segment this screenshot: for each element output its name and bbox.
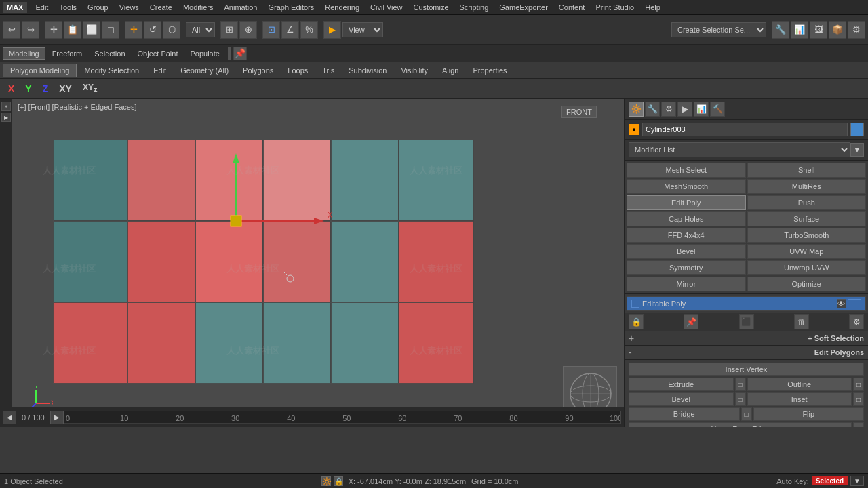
bridge-btn[interactable]: Bridge xyxy=(629,407,740,421)
poly-tab-tris[interactable]: Tris xyxy=(315,64,341,77)
stack-pin-btn[interactable]: 📌 xyxy=(684,314,698,329)
display-icon[interactable]: 📊 xyxy=(694,102,709,117)
lasso-select-button[interactable]: ◻ xyxy=(102,21,119,39)
view-mode-select[interactable]: View xyxy=(342,22,383,37)
poly-tab-geometry-all[interactable]: Geometry (All) xyxy=(174,64,235,77)
tab-object-paint[interactable]: Object Paint xyxy=(132,48,184,59)
snap-toggle[interactable]: ⊡ xyxy=(262,21,280,39)
inset-settings-btn[interactable]: □ xyxy=(853,392,864,406)
edit-poly-btn[interactable]: Edit Poly xyxy=(627,195,746,210)
misc-btn-4[interactable]: 📦 xyxy=(829,21,846,39)
tab-modeling[interactable]: Modeling xyxy=(3,47,45,60)
poly-tab-loops[interactable]: Loops xyxy=(281,64,315,77)
select-name-button[interactable]: 📋 xyxy=(64,21,81,39)
outline-settings-btn[interactable]: □ xyxy=(853,378,864,391)
menu-help[interactable]: Help xyxy=(639,2,666,13)
menu-modifiers[interactable]: Modifiers xyxy=(178,2,219,13)
extrude-settings-btn[interactable]: □ xyxy=(735,378,746,391)
misc-btn-5[interactable]: ⚙ xyxy=(848,21,865,39)
insert-vertex-btn[interactable]: Insert Vertex xyxy=(629,363,864,376)
pivot-button[interactable]: ⊕ xyxy=(239,21,257,39)
right-panel-scroll[interactable]: + + Soft Selection - Edit Polygons Inser… xyxy=(625,331,868,427)
ls-btn-2[interactable]: ▶ xyxy=(1,113,11,122)
hinge-settings-btn[interactable]: □ xyxy=(853,422,864,427)
axis-xyz-button[interactable]: XYz xyxy=(80,81,100,95)
viewport[interactable]: + ▶ [+] [Front] [Realistic + Edged Faces… xyxy=(0,99,624,427)
axis-y-button[interactable]: Y xyxy=(22,82,34,96)
bevel-btn[interactable]: Bevel xyxy=(629,392,734,406)
bridge-settings-btn[interactable]: □ xyxy=(741,407,752,421)
misc-btn-3[interactable]: 🖼 xyxy=(810,21,827,39)
poly-tab-visibility[interactable]: Visibility xyxy=(394,64,435,77)
axis-x-button[interactable]: X xyxy=(5,82,17,96)
poly-tab-edit[interactable]: Edit xyxy=(146,64,173,77)
menu-edit[interactable]: Edit xyxy=(30,2,54,13)
outline-btn[interactable]: Outline xyxy=(747,378,852,391)
pin-toolbar-button[interactable]: 📌 xyxy=(233,47,247,60)
menu-scripting[interactable]: Scripting xyxy=(454,2,494,13)
menu-rendering[interactable]: Rendering xyxy=(319,2,365,13)
render-button[interactable]: ▶ xyxy=(323,21,341,39)
autokey-settings-btn[interactable]: ▼ xyxy=(850,476,864,486)
timeline-next-btn[interactable]: ▶ xyxy=(50,411,64,424)
menu-graph-editors[interactable]: Graph Editors xyxy=(262,2,319,13)
stack-lock-btn[interactable]: 🔒 xyxy=(629,314,644,329)
tab-populate[interactable]: Populate xyxy=(184,48,224,59)
stack-config-btn[interactable]: ⚙ xyxy=(849,314,864,329)
undo-button[interactable]: ↩ xyxy=(3,21,20,39)
rect-select-button[interactable]: ⬜ xyxy=(83,21,100,39)
move-button[interactable]: ✛ xyxy=(125,21,142,39)
edit-poly-expand[interactable]: - xyxy=(629,347,632,358)
axis-z-button[interactable]: Z xyxy=(40,82,52,96)
modifier-list-select[interactable]: Modifier List xyxy=(629,142,850,157)
extrude-btn[interactable]: Extrude xyxy=(629,378,734,391)
poly-tab-polygon-modeling[interactable]: Polygon Modeling xyxy=(3,64,77,77)
create-scene-btn[interactable]: + xyxy=(1,102,11,111)
mesh-smooth-btn[interactable]: MeshSmooth xyxy=(627,179,746,194)
stack-item-editable-poly[interactable]: Editable Poly 👁 xyxy=(627,297,865,310)
object-name-input[interactable] xyxy=(642,123,848,136)
filter-select[interactable]: All xyxy=(186,22,215,37)
modifier-list-expand[interactable]: ▼ xyxy=(850,143,864,157)
inset-btn[interactable]: Inset xyxy=(747,392,852,406)
bevel-settings-btn[interactable]: □ xyxy=(735,392,746,406)
uvw-map-btn[interactable]: UVW Map xyxy=(747,244,867,259)
tab-selection[interactable]: Selection xyxy=(89,48,130,59)
shell-btn[interactable]: Shell xyxy=(747,163,867,178)
poly-tab-modify-selection[interactable]: Modify Selection xyxy=(77,64,146,77)
utilities-icon[interactable]: 🔨 xyxy=(710,102,725,117)
motion-icon[interactable]: ▶ xyxy=(677,102,692,117)
redo-button[interactable]: ↪ xyxy=(22,21,39,39)
push-btn[interactable]: Push xyxy=(747,195,867,210)
menu-content[interactable]: Content xyxy=(553,2,591,13)
menu-print-studio[interactable]: Print Studio xyxy=(590,2,639,13)
optimize-btn[interactable]: Optimize xyxy=(747,277,867,291)
menu-animation[interactable]: Animation xyxy=(219,2,263,13)
hierarchy-icon[interactable]: ⚙ xyxy=(661,102,676,117)
mirror-btn[interactable]: Mirror xyxy=(627,277,746,291)
poly-tab-subdivision[interactable]: Subdivision xyxy=(342,64,393,77)
stack-delete-btn[interactable]: 🗑 xyxy=(794,314,809,329)
menu-game-exporter[interactable]: GameExporter xyxy=(494,2,553,13)
mesh-select-btn[interactable]: Mesh Select xyxy=(627,163,746,178)
bevel-modifier-btn[interactable]: Bevel xyxy=(627,244,746,259)
menu-tools[interactable]: Tools xyxy=(54,2,82,13)
timeline-prev-btn[interactable]: ◀ xyxy=(3,411,16,424)
axis-xy-button[interactable]: XY xyxy=(56,82,75,96)
menu-create[interactable]: Create xyxy=(144,2,178,13)
object-color-swatch[interactable] xyxy=(850,123,864,136)
angle-snap[interactable]: ∠ xyxy=(281,21,299,39)
status-lock-icon[interactable]: 🔒 xyxy=(334,476,343,486)
percent-snap[interactable]: % xyxy=(300,21,318,39)
modify-icon[interactable]: 🔧 xyxy=(645,102,660,117)
poly-tab-properties[interactable]: Properties xyxy=(466,64,513,77)
flip-btn[interactable]: Flip xyxy=(753,407,865,421)
display-properties-icon[interactable]: 🔆 xyxy=(629,102,644,117)
menu-group[interactable]: Group xyxy=(82,2,114,13)
hinge-from-edge-btn[interactable]: Hinge From Edge xyxy=(629,422,852,427)
turbo-smooth-btn[interactable]: TurboSmooth xyxy=(747,228,867,243)
reference-coord-button[interactable]: ⊞ xyxy=(220,21,238,39)
soft-sel-expand[interactable]: + xyxy=(629,333,634,344)
multi-res-btn[interactable]: MultiRes xyxy=(747,179,867,194)
app-logo[interactable]: MAX xyxy=(3,2,27,13)
